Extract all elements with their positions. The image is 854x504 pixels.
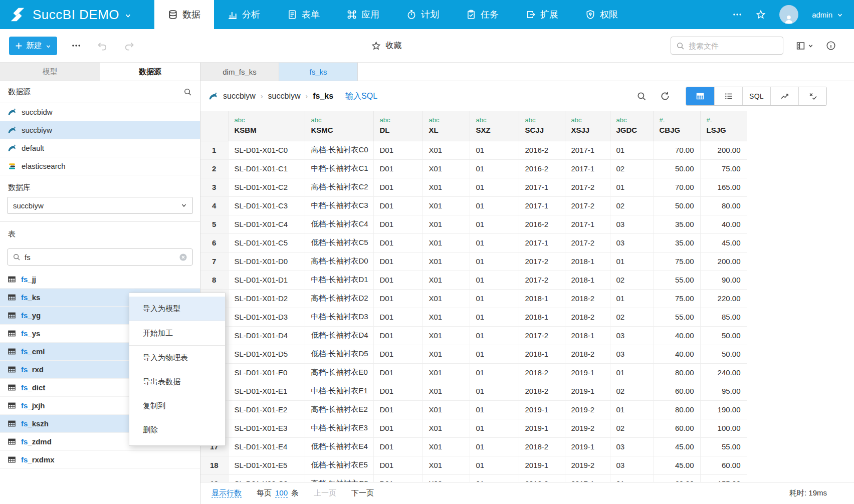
table-row[interactable]: 4SL-D01-X01-C3中档-长袖衬衣C3D01X01012017-1201… xyxy=(200,196,747,215)
validate-view-button[interactable] xyxy=(798,87,826,105)
trend-view-button[interactable] xyxy=(770,87,798,105)
table-row[interactable]: 6SL-D01-X01-C5低档-长袖衬衣C5D01X01012017-1201… xyxy=(200,233,747,252)
column-header-SCJJ[interactable]: abcSCJJ xyxy=(519,111,565,141)
table-row[interactable]: 18SL-D01-X01-E5低档-长袖衬衣E5D01X01012019-120… xyxy=(200,456,747,474)
undo-icon[interactable] xyxy=(96,41,108,51)
cell-DL: D01 xyxy=(373,382,422,400)
favorite-button[interactable]: 收藏 xyxy=(371,41,401,51)
table-row[interactable]: 17SL-D01-X01-E4低档-长袖衬衣E4D01X01012018-220… xyxy=(200,437,747,456)
avatar[interactable] xyxy=(779,5,798,24)
table-row[interactable]: 10SL-D01-X01-D3中档-长袖衬衣D3D01X01012018-120… xyxy=(200,308,747,326)
breadcrumb-database[interactable]: succbiyw xyxy=(268,92,301,101)
data-grid-container[interactable]: abcKSBMabcKSMCabcDLabcXLabcSXZabcSCJJabc… xyxy=(200,111,854,482)
column-header-DL[interactable]: abcDL xyxy=(373,111,422,141)
star-icon xyxy=(371,41,381,51)
column-header-JGDC[interactable]: abcJGDC xyxy=(610,111,653,141)
previous-page-button[interactable]: 上一页 xyxy=(314,488,336,498)
redo-icon[interactable] xyxy=(123,41,135,51)
file-search-box[interactable] xyxy=(671,37,783,55)
table-item-fs_rxdmx[interactable]: fs_rxdmx xyxy=(0,451,200,469)
cell-KSBM: SL-D01-X01-D5 xyxy=(228,345,305,363)
nav-item-analysis[interactable]: 分析 xyxy=(214,0,274,29)
search-icon[interactable] xyxy=(183,88,192,96)
datasource-item-succbidw[interactable]: succbidw xyxy=(0,103,200,121)
table-row[interactable]: 15SL-D01-X01-E2高档-长袖衬衣E2D01X01012019-120… xyxy=(200,400,747,419)
brand-menu[interactable]: SuccBI DEMO xyxy=(0,0,136,29)
column-header-XL[interactable]: abcXL xyxy=(422,111,470,141)
sql-view-button[interactable]: SQL xyxy=(742,87,770,105)
table-row[interactable]: 2SL-D01-X01-C1中档-长袖衬衣C1D01X01012016-2201… xyxy=(200,159,747,178)
datasource-item-default[interactable]: default xyxy=(0,139,200,157)
database-select[interactable]: succbiyw xyxy=(7,197,193,214)
table-search-box[interactable] xyxy=(7,248,193,266)
clear-search-icon[interactable] xyxy=(179,253,187,262)
nav-item-label: 扩展 xyxy=(540,9,558,21)
document-tab-dim_fs_ks[interactable]: dim_fs_ks xyxy=(200,63,279,81)
nav-item-database[interactable]: 数据 xyxy=(154,0,214,29)
datasource-item-succbiyw[interactable]: succbiyw xyxy=(0,121,200,139)
cell-CBJG: 55.00 xyxy=(653,271,700,289)
search-icon xyxy=(676,42,685,50)
context-menu-item[interactable]: 开始加工 xyxy=(129,321,225,345)
document-tab-fs_ks[interactable]: fs_ks xyxy=(279,63,358,81)
search-icon[interactable] xyxy=(636,91,647,101)
table-row[interactable]: 11SL-D01-X01-D4低档-长袖衬衣D4D01X01012017-220… xyxy=(200,326,747,345)
context-menu-item[interactable]: 导入为物理表 xyxy=(129,346,225,370)
show-row-count-link[interactable]: 显示行数 xyxy=(211,488,242,498)
table-row[interactable]: 9SL-D01-X01-D2高档-长袖衬衣D2D01X01012018-1201… xyxy=(200,289,747,308)
user-menu[interactable]: admin xyxy=(812,11,843,19)
next-page-button[interactable]: 下一页 xyxy=(351,488,374,498)
nav-item-schedule[interactable]: 计划 xyxy=(393,0,453,29)
cell-KSBM: SL-D01-X01-D3 xyxy=(228,308,305,326)
nav-item-form[interactable]: 表单 xyxy=(274,0,333,29)
cell-XSJJ: 2018-1 xyxy=(565,326,610,345)
table-row[interactable]: 3SL-D01-X01-C2高档-长袖衬衣C2D01X01012017-1201… xyxy=(200,178,747,196)
sidebar-tab-model[interactable]: 模型 xyxy=(0,63,100,81)
sidebar-tab-datasource[interactable]: 数据源 xyxy=(100,63,200,81)
datasource-item-elasticsearch[interactable]: elasticsearch xyxy=(0,157,200,175)
cell-LSJG: 95.00 xyxy=(700,382,747,400)
table-row[interactable]: 1SL-D01-X01-C0高档-长袖衬衣C0D01X01012016-2201… xyxy=(200,141,747,159)
cell-CBJG: 60.00 xyxy=(653,382,700,400)
page-size-value[interactable]: 100 xyxy=(275,488,288,498)
breadcrumb-datasource[interactable]: succbiyw xyxy=(223,92,256,101)
table-row[interactable]: 5SL-D01-X01-C4低档-长袖衬衣C4D01X01012016-2201… xyxy=(200,215,747,233)
more-menu-icon[interactable] xyxy=(732,10,742,20)
table-row[interactable]: 19SL-D01-X02-C0高档-短袖衬衣C0D01X02012016-220… xyxy=(200,474,747,482)
table-row[interactable]: 16SL-D01-X01-E3中档-长袖衬衣E3D01X01012019-120… xyxy=(200,419,747,437)
nav-item-apps[interactable]: 应用 xyxy=(333,0,393,29)
more-actions-icon[interactable] xyxy=(71,41,81,51)
table-search-input[interactable] xyxy=(25,253,175,262)
table-row[interactable]: 7SL-D01-X01-D0高档-长袖衬衣D0D01X01012017-2201… xyxy=(200,252,747,271)
table-row[interactable]: 12SL-D01-X01-D5低档-长袖衬衣D5D01X01012018-120… xyxy=(200,345,747,363)
context-menu-item[interactable]: 删除 xyxy=(129,418,225,442)
file-search-input[interactable] xyxy=(689,42,788,50)
cell-XSJJ: 2017-1 xyxy=(565,141,610,159)
refresh-icon[interactable] xyxy=(660,91,670,101)
new-button[interactable]: 新建 xyxy=(9,37,57,55)
column-header-SXZ[interactable]: abcSXZ xyxy=(470,111,519,141)
table-item-fs_jj[interactable]: fs_jj xyxy=(0,271,200,289)
nav-item-permission[interactable]: 权限 xyxy=(572,0,631,29)
context-menu-item[interactable]: 导出表数据 xyxy=(129,370,225,394)
layout-switch-button[interactable] xyxy=(796,41,813,51)
table-row[interactable]: 8SL-D01-X01-D1中档-长袖衬衣D1D01X01012017-2201… xyxy=(200,271,747,289)
context-menu-item[interactable]: 复制到 xyxy=(129,394,225,418)
column-header-KSMC[interactable]: abcKSMC xyxy=(305,111,373,141)
table-row[interactable]: 13SL-D01-X01-E0高档-长袖衬衣E0D01X01012018-220… xyxy=(200,363,747,382)
column-header-KSBM[interactable]: abcKSBM xyxy=(228,111,305,141)
nav-item-extension[interactable]: 扩展 xyxy=(512,0,572,29)
enter-sql-link[interactable]: 输入SQL xyxy=(345,91,377,102)
column-header-XSJJ[interactable]: abcXSJJ xyxy=(565,111,610,141)
favorites-star-icon[interactable] xyxy=(756,10,766,20)
column-header-LSJG[interactable]: #.LSJG xyxy=(700,111,747,141)
info-icon[interactable] xyxy=(826,41,836,51)
context-menu-item[interactable]: 导入为模型 xyxy=(129,297,225,321)
elasticsearch-icon xyxy=(8,162,17,171)
grid-view-button[interactable] xyxy=(686,87,714,105)
list-view-button[interactable] xyxy=(714,87,742,105)
nav-item-tasks[interactable]: 任务 xyxy=(453,0,512,29)
column-header-CBJG[interactable]: #.CBJG xyxy=(653,111,700,141)
cell-CBJG: 45.00 xyxy=(653,437,700,456)
table-row[interactable]: 14SL-D01-X01-E1中档-长袖衬衣E1D01X01012018-220… xyxy=(200,382,747,400)
